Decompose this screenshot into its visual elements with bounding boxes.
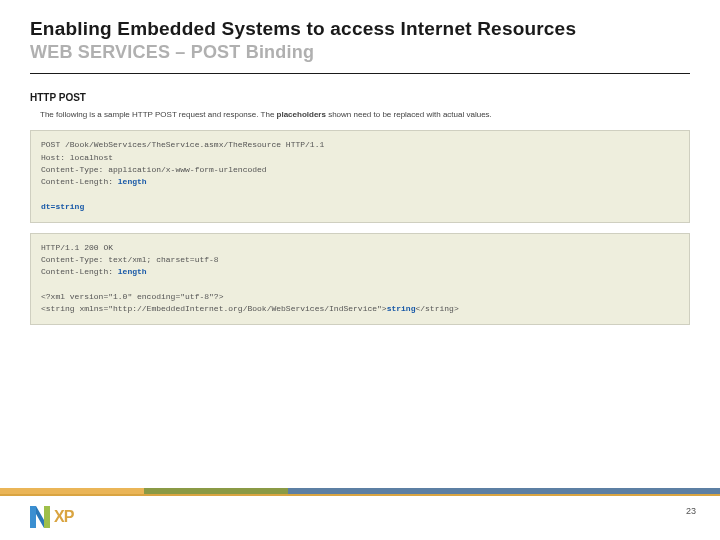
desc-text-post: shown need to be replaced with actual va… [326,110,492,119]
res-line5b: </string> [415,304,458,313]
req-line4a: Content-Length: [41,177,118,186]
slide: Enabling Embedded Systems to access Inte… [0,0,720,540]
res-string-placeholder: string [387,304,416,313]
section-http-post-label: HTTP POST [30,92,690,103]
req-string-placeholder: string [55,202,84,211]
footer-gold-underline [0,494,720,496]
res-line5a: <string xmlns="http://EmbeddedInternet.o… [41,304,387,313]
req-length-placeholder: length [118,177,147,186]
desc-text-pre: The following is a sample HTTP POST requ… [40,110,277,119]
slide-header: Enabling Embedded Systems to access Inte… [0,0,720,67]
section-description: The following is a sample HTTP POST requ… [40,109,690,120]
res-line4: <?xml version="1.0" encoding="utf-8"?> [41,292,223,301]
logo-n-icon [30,506,50,528]
res-line3a: Content-Length: [41,267,118,276]
res-line1: HTTP/1.1 200 OK [41,243,113,252]
req-line2: Host: localhost [41,153,113,162]
code-request-box: POST /Book/WebServices/TheService.asmx/T… [30,130,690,222]
req-dt-prefix: dt= [41,202,55,211]
desc-text-bold: placeholders [277,110,326,119]
slide-content: HTTP POST The following is a sample HTTP… [0,74,720,325]
res-length-placeholder: length [118,267,147,276]
title-main: Enabling Embedded Systems to access Inte… [30,18,690,40]
logo-xp-text: XP [54,508,73,526]
nxp-logo: XP [30,506,73,528]
code-response-box: HTTP/1.1 200 OK Content-Type: text/xml; … [30,233,690,325]
req-line3: Content-Type: application/x-www-form-url… [41,165,267,174]
req-line1: POST /Book/WebServices/TheService.asmx/T… [41,140,324,149]
page-number: 23 [686,506,696,516]
title-sub: WEB SERVICES – POST Binding [30,42,690,63]
res-line2: Content-Type: text/xml; charset=utf-8 [41,255,219,264]
